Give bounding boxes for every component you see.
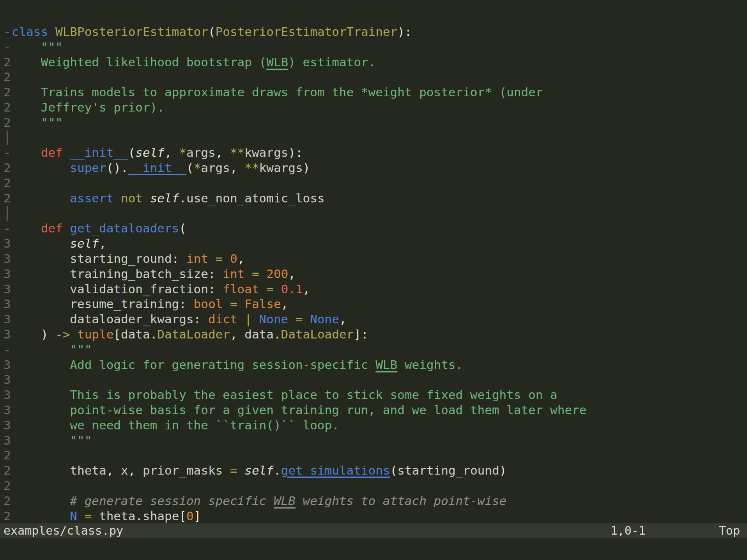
fold-marker[interactable]: 2 (0, 55, 12, 70)
code-token: : (208, 282, 223, 296)
fold-marker[interactable]: - (0, 221, 12, 236)
fold-marker[interactable]: - (0, 145, 12, 160)
code-token: x (121, 463, 128, 477)
code-token: tuple (77, 327, 113, 341)
fold-marker[interactable]: 2 (0, 115, 12, 130)
code-token: 0 (230, 252, 237, 266)
code-line[interactable]: 2 (0, 69, 747, 85)
fold-marker[interactable]: 3 (0, 357, 12, 372)
code-line[interactable]: 2 (0, 478, 747, 493)
fold-marker[interactable]: 2 (0, 175, 12, 191)
code-line[interactable]: 3 we need them in the ``train()`` loop. (0, 418, 747, 433)
fold-marker[interactable]: - (0, 39, 12, 55)
code-line[interactable]: 3 (0, 372, 747, 387)
fold-marker[interactable]: 2 (0, 448, 12, 463)
fold-marker[interactable]: 3 (0, 433, 12, 448)
fold-marker[interactable]: 3 (0, 312, 12, 327)
code-line[interactable]: 2 # generate session specific WLB weight… (0, 493, 747, 509)
fold-marker[interactable]: 2 (0, 509, 12, 524)
code-line[interactable]: 2 Weighted likelihood bootstrap (WLB) es… (0, 55, 747, 70)
code-line[interactable]: │ (0, 130, 747, 145)
code-line[interactable]: 2 N = theta.shape[0] (0, 509, 747, 524)
code-token: point-wise basis for a given training ru… (12, 403, 586, 417)
code-token (48, 25, 55, 39)
fold-marker[interactable]: 3 (0, 327, 12, 342)
fold-marker[interactable]: 2 (0, 85, 12, 100)
code-token: __init__ (70, 145, 128, 159)
code-text: Jeffrey's prior). (12, 100, 165, 115)
code-line[interactable]: 3 resume_training: bool = False, (0, 296, 747, 312)
code-line[interactable]: 2 assert not self.use_non_atomic_loss (0, 191, 747, 206)
code-line[interactable]: - """ (0, 39, 747, 55)
code-line[interactable]: 3 ) -> tuple[data.DataLoader, data.DataL… (0, 327, 747, 342)
code-token: ) (303, 161, 310, 175)
fold-marker[interactable]: 2 (0, 478, 12, 493)
fold-marker[interactable]: 2 (0, 191, 12, 206)
code-line[interactable]: 2 Trains models to approximate draws fro… (0, 85, 747, 100)
fold-marker[interactable]: 3 (0, 372, 12, 387)
code-token: = (230, 463, 237, 477)
code-token: = (266, 282, 274, 296)
code-token (12, 145, 41, 159)
fold-marker[interactable]: │ (0, 206, 12, 221)
code-token: self (150, 191, 179, 205)
code-line[interactable]: - def get_dataloaders( (0, 221, 747, 236)
code-line[interactable]: │ (0, 206, 747, 221)
code-line[interactable]: 2 super().__init__(*args, **kwargs) (0, 160, 747, 175)
code-text: training_batch_size: int = 200, (12, 266, 296, 282)
code-token: """ (12, 115, 63, 129)
code-line[interactable]: 3 self, (0, 236, 747, 251)
code-line[interactable]: 3 point-wise basis for a given training … (0, 402, 747, 418)
code-line[interactable]: 2 theta, x, prior_masks = self.get_simul… (0, 463, 747, 478)
code-token: validation_fraction (70, 282, 208, 296)
code-token: self (135, 145, 165, 159)
code-token: : (172, 252, 186, 266)
code-line[interactable]: 3 validation_fraction: float = 0.1, (0, 282, 747, 297)
fold-marker[interactable]: - (0, 342, 12, 357)
code-line[interactable]: 3 This is probably the easiest place to … (0, 387, 747, 402)
code-line[interactable]: -class WLBPosteriorEstimator(PosteriorEs… (0, 24, 747, 39)
code-token (223, 463, 230, 477)
fold-marker[interactable]: 2 (0, 69, 12, 85)
code-token: WLB (375, 358, 397, 372)
code-line[interactable]: 2 Jeffrey's prior). (0, 100, 747, 115)
fold-marker[interactable]: 3 (0, 418, 12, 433)
fold-marker[interactable]: 2 (0, 160, 12, 175)
code-token: | (244, 312, 252, 326)
command-line[interactable] (0, 538, 747, 560)
code-area[interactable]: -class WLBPosteriorEstimator(PosteriorEs… (0, 24, 747, 523)
editor-window: -class WLBPosteriorEstimator(PosteriorEs… (0, 0, 747, 560)
code-line[interactable]: 3 Add logic for generating session-speci… (0, 357, 747, 372)
code-token: dict (208, 312, 237, 326)
code-line[interactable]: 3 training_batch_size: int = 200, (0, 266, 747, 282)
fold-marker[interactable]: 3 (0, 236, 12, 251)
fold-marker[interactable]: 3 (0, 251, 12, 266)
fold-marker[interactable]: 2 (0, 493, 12, 509)
code-line[interactable]: - def __init__(self, *args, **kwargs): (0, 145, 747, 160)
fold-marker[interactable]: 3 (0, 266, 12, 282)
code-token: def (41, 221, 63, 235)
code-line[interactable]: 3 """ (0, 433, 747, 448)
fold-marker[interactable]: - (0, 24, 12, 39)
code-token (12, 297, 70, 311)
code-line[interactable]: 2 (0, 175, 747, 191)
fold-marker[interactable]: │ (0, 130, 12, 145)
code-text: This is probably the easiest place to st… (12, 387, 558, 402)
fold-marker[interactable]: 2 (0, 463, 12, 478)
code-token: , (303, 282, 310, 296)
code-line[interactable]: 3 dataloader_kwargs: dict | None = None, (0, 312, 747, 327)
code-line[interactable]: 2 """ (0, 115, 747, 130)
code-token: . (274, 463, 281, 477)
fold-marker[interactable]: 3 (0, 296, 12, 312)
fold-marker[interactable]: 3 (0, 402, 12, 418)
code-line[interactable]: - """ (0, 342, 747, 357)
fold-marker[interactable]: 3 (0, 387, 12, 402)
code-token: 0 (186, 509, 194, 523)
fold-marker[interactable]: 3 (0, 282, 12, 297)
fold-marker[interactable]: 2 (0, 100, 12, 115)
code-token: WLB (266, 55, 288, 69)
code-token (77, 509, 85, 523)
code-token: ): (288, 145, 303, 159)
code-line[interactable]: 2 (0, 448, 747, 463)
code-line[interactable]: 3 starting_round: int = 0, (0, 251, 747, 266)
